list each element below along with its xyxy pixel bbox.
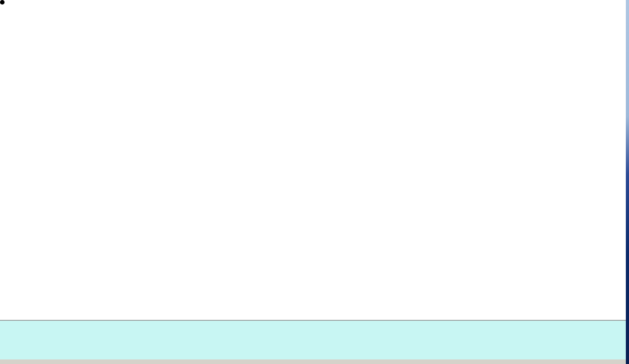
desktop-wallpaper-strip [626,0,629,364]
chart-plot [67,31,557,306]
weather-app-window [0,0,626,364]
status-bar [0,359,626,364]
weather-app-screen: { "title": "Woche 03.06.24 - 09.06.24 (K… [0,0,629,364]
sensor-stats-table [0,321,626,359]
chart-canvas [67,31,557,306]
new-moon-icon [0,0,5,5]
